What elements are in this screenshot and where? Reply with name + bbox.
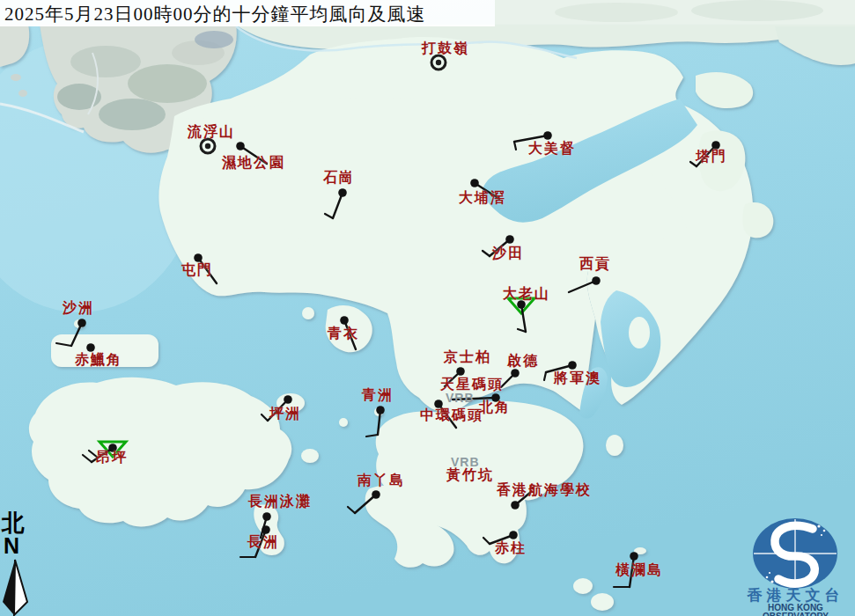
- station-dot: [491, 393, 500, 402]
- hko-logo-name-cn: 香港天文台: [736, 588, 855, 603]
- station-dot: [517, 300, 526, 309]
- po-toi-south-island: [591, 593, 614, 611]
- station-dot: [340, 316, 349, 325]
- station-dot: [434, 400, 443, 408]
- station-dot: [284, 395, 292, 404]
- ma-wan-island: [302, 307, 314, 319]
- station-dot: [262, 525, 270, 534]
- airport-island: [51, 334, 158, 367]
- station-dot: [470, 179, 479, 187]
- hko-logo-name-en: HONG KONG OBSERVATORY: [736, 604, 855, 616]
- po-toi-island: [573, 578, 593, 594]
- station-dot: [592, 276, 601, 285]
- station-dot: [77, 319, 86, 327]
- station-dot: [568, 361, 577, 370]
- station-dot: [505, 235, 514, 244]
- station-dot: [194, 253, 203, 262]
- tung-lung-island: [606, 435, 623, 456]
- wind-map-screen: 打鼓嶺流浮山濕地公園石崗大美督塔門大埔滘沙田西貢大老山屯門沙洲赤鱲角青衣京士柏啟…: [0, 0, 855, 616]
- title-bar: 2025年5月23日00時00分的十分鐘平均風向及風速: [0, 0, 495, 26]
- station-dot: [711, 141, 720, 150]
- station-dot: [511, 501, 520, 510]
- terrain-texture: [691, 0, 823, 21]
- station-dot: [86, 343, 95, 352]
- station-dot: [456, 367, 465, 376]
- terrain-texture: [555, 3, 678, 22]
- station-dot: [376, 406, 385, 414]
- station-dot: [630, 552, 638, 561]
- calm-wind-icon: [205, 143, 210, 149]
- station-dot: [338, 188, 347, 197]
- compass-north-cn: 北: [2, 512, 25, 535]
- station-dot: [262, 512, 271, 521]
- hong-kong-map: [0, 0, 855, 616]
- compass-north-en: N: [4, 535, 19, 557]
- map-title: 2025年5月23日00時00分的十分鐘平均風向及風速: [4, 2, 426, 26]
- calm-wind-icon: [436, 60, 441, 65]
- station-dot: [236, 142, 245, 150]
- station-dot: [511, 369, 520, 378]
- station-dot: [372, 490, 380, 499]
- kau-yi-chau-islet: [339, 418, 348, 427]
- station-dot: [543, 131, 552, 140]
- hei-ling-chau-island: [301, 449, 319, 463]
- hko-logo: 香港天文台 HONG KONG OBSERVATORY: [736, 510, 855, 616]
- station-dot: [509, 531, 518, 539]
- kau-sai-chau-island: [629, 317, 650, 348]
- station-dot: [108, 444, 117, 452]
